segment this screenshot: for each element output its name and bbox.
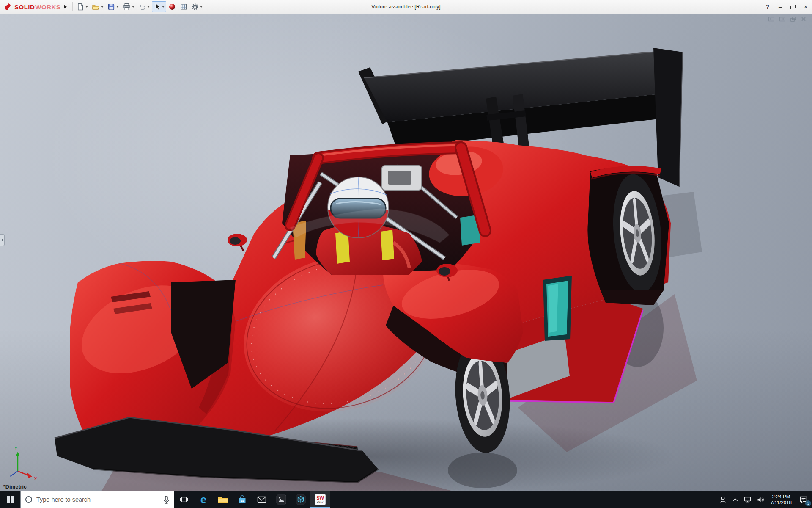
3d-model-race-car[interactable]: Y X xyxy=(0,14,812,491)
select-button[interactable] xyxy=(152,1,166,12)
save-button[interactable] xyxy=(106,1,121,12)
help-button[interactable]: ? xyxy=(761,0,774,14)
dock-pane-icon[interactable] xyxy=(768,17,774,22)
start-button[interactable] xyxy=(0,491,20,508)
edge-button[interactable]: e xyxy=(194,491,213,508)
evaluate-button[interactable] xyxy=(178,1,189,12)
people-button[interactable] xyxy=(716,491,730,508)
dassault-logo-icon xyxy=(3,3,13,11)
file-explorer-icon xyxy=(218,495,228,504)
solidworks-app-icon: SW 2017 xyxy=(315,494,326,505)
dropdown-caret[interactable] xyxy=(162,6,165,8)
system-tray: 2:24 PM 7/11/2018 3 xyxy=(716,491,812,508)
sheet-grid-icon xyxy=(180,3,187,11)
undock-pane-icon[interactable] xyxy=(779,17,785,22)
network-icon xyxy=(744,497,751,503)
orientation-triad: Y X xyxy=(10,446,37,481)
taskbar-search[interactable] xyxy=(20,491,174,508)
dropdown-caret[interactable] xyxy=(101,6,104,8)
gear-icon xyxy=(191,3,199,11)
undo-button[interactable] xyxy=(137,1,151,12)
hidden-icons-button[interactable] xyxy=(730,491,741,508)
speaker-icon xyxy=(757,497,764,503)
triad-x-label: X xyxy=(34,476,37,481)
toolbar-separator xyxy=(72,2,73,11)
document-window-controls xyxy=(768,17,806,22)
brand-works: WORKS xyxy=(35,3,60,11)
store-button[interactable] xyxy=(233,491,252,508)
titlebar: SOLIDWORKS xyxy=(0,0,812,14)
graphics-viewport[interactable]: Y X *Dimetric xyxy=(0,14,812,491)
select-cursor-icon xyxy=(154,3,161,11)
appearance-button[interactable] xyxy=(167,1,178,12)
quick-access-toolbar xyxy=(75,1,204,12)
3d-viewer-icon xyxy=(296,494,306,505)
action-center-button[interactable]: 3 xyxy=(795,491,812,508)
dropdown-caret[interactable] xyxy=(116,6,119,8)
restore-window-icon[interactable] xyxy=(790,17,796,22)
save-icon xyxy=(107,3,115,11)
search-input[interactable] xyxy=(36,496,159,503)
solidworks-menu-arrow[interactable] xyxy=(64,5,67,9)
brand-solid: SOLID xyxy=(14,3,35,11)
print-button[interactable] xyxy=(121,1,136,12)
dropdown-caret[interactable] xyxy=(147,6,150,8)
dropdown-caret[interactable] xyxy=(85,6,88,8)
chevron-left-icon xyxy=(1,238,3,242)
close-window-icon[interactable] xyxy=(801,17,806,22)
dropdown-caret[interactable] xyxy=(132,6,134,8)
close-button[interactable]: × xyxy=(799,0,812,14)
window-controls: ? – × xyxy=(761,0,812,14)
restore-icon xyxy=(790,5,796,9)
taskbar-apps: e xyxy=(174,491,330,508)
cortana-icon xyxy=(25,496,33,503)
new-document-icon xyxy=(77,3,84,11)
print-icon xyxy=(123,3,131,11)
chevron-up-icon xyxy=(732,498,738,502)
minimize-button[interactable]: – xyxy=(774,0,787,14)
feature-panel-collapse-tab[interactable] xyxy=(0,234,5,246)
restore-button[interactable] xyxy=(787,0,799,14)
triad-y-label: Y xyxy=(14,446,18,451)
file-explorer-button[interactable] xyxy=(213,491,233,508)
appearance-sphere-icon xyxy=(168,3,176,11)
solidworks-app-button[interactable]: SW 2017 xyxy=(310,491,330,508)
microphone-icon[interactable] xyxy=(163,496,170,504)
people-icon xyxy=(719,496,727,503)
media-app-button[interactable] xyxy=(272,491,291,508)
clock[interactable]: 2:24 PM 7/11/2018 xyxy=(767,491,795,508)
task-view-icon xyxy=(180,496,188,503)
tray-time: 2:24 PM xyxy=(772,494,790,500)
task-view-button[interactable] xyxy=(174,491,194,508)
edge-icon: e xyxy=(200,494,206,505)
options-button[interactable] xyxy=(189,1,204,12)
tray-date: 7/11/2018 xyxy=(771,500,792,505)
dropdown-caret[interactable] xyxy=(200,6,203,8)
open-button[interactable] xyxy=(90,1,105,12)
view-orientation-label: *Dimetric xyxy=(3,484,27,490)
notification-badge: 3 xyxy=(805,500,811,506)
media-app-icon xyxy=(276,494,286,505)
solidworks-logo[interactable]: SOLIDWORKS xyxy=(0,3,63,11)
open-folder-icon xyxy=(92,3,100,11)
network-button[interactable] xyxy=(741,491,754,508)
windows-logo-icon xyxy=(7,496,14,503)
mail-button[interactable] xyxy=(252,491,272,508)
undo-icon xyxy=(138,3,146,11)
taskbar: e xyxy=(0,491,812,508)
3d-viewer-button[interactable] xyxy=(291,491,310,508)
window-title: Voiture assomblee [Read-only] xyxy=(371,0,440,14)
volume-button[interactable] xyxy=(754,491,767,508)
mail-icon xyxy=(257,496,266,503)
store-icon xyxy=(238,495,247,504)
new-document-button[interactable] xyxy=(75,1,90,12)
